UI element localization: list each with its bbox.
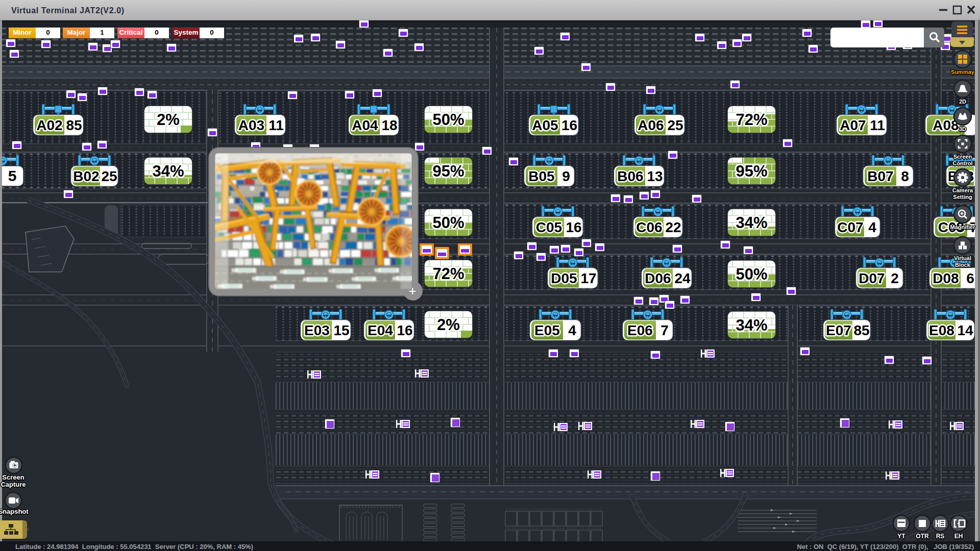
svg-text:C05: C05 [536,219,562,235]
svg-text:34%: 34% [152,162,184,180]
svg-text:13: 13 [647,168,663,184]
svg-text:16: 16 [566,219,581,235]
svg-text:17: 17 [580,270,596,286]
svg-text:D07: D07 [859,270,885,286]
svg-text:2%: 2% [437,316,460,334]
svg-text:A03: A03 [238,117,264,133]
svg-text:85: 85 [66,117,82,133]
svg-text:16: 16 [397,322,412,338]
svg-text:E05: E05 [534,322,560,338]
svg-text:B05: B05 [528,168,554,184]
svg-text:72%: 72% [736,111,767,129]
svg-text:85: 85 [853,322,869,338]
svg-text:50%: 50% [736,265,767,283]
svg-text:B07: B07 [867,168,893,184]
svg-text:24: 24 [674,270,691,286]
svg-text:72%: 72% [432,265,464,283]
svg-text:D05: D05 [551,270,577,286]
svg-text:A07: A07 [840,117,866,133]
svg-text:11: 11 [870,117,885,133]
svg-text:7: 7 [660,322,669,338]
svg-text:D06: D06 [645,270,671,286]
svg-text:2: 2 [891,270,899,286]
svg-text:A05: A05 [532,117,558,133]
svg-text:50%: 50% [432,111,464,129]
svg-text:25: 25 [101,168,117,184]
svg-text:A02: A02 [36,117,62,133]
svg-text:A06: A06 [638,117,664,133]
svg-text:15: 15 [333,322,349,338]
svg-text:6: 6 [966,270,974,286]
svg-text:18: 18 [381,117,397,133]
svg-text:16: 16 [561,117,577,133]
svg-text:95%: 95% [736,162,767,180]
svg-text:14: 14 [957,322,973,338]
svg-text:E08: E08 [929,322,954,338]
svg-text:95%: 95% [432,162,464,180]
svg-text:11: 11 [268,117,284,133]
svg-text:E03: E03 [304,322,330,338]
svg-text:E07: E07 [826,322,851,338]
svg-text:9: 9 [562,168,570,184]
svg-text:C06: C06 [636,219,662,235]
svg-text:34%: 34% [736,214,767,232]
svg-text:4: 4 [568,322,576,338]
svg-text:8: 8 [901,168,909,184]
svg-text:5: 5 [8,167,17,184]
svg-text:+: + [408,283,416,298]
svg-text:B02: B02 [73,168,99,184]
svg-text:C07: C07 [837,219,863,235]
svg-text:4: 4 [868,219,876,235]
svg-text:34%: 34% [736,316,767,334]
svg-text:25: 25 [667,117,683,133]
svg-text:E04: E04 [368,322,393,338]
svg-text:B06: B06 [617,168,643,184]
svg-text:A04: A04 [352,117,378,133]
svg-text:50%: 50% [432,214,464,232]
svg-text:E06: E06 [627,322,653,338]
svg-text:D08: D08 [933,270,959,286]
svg-text:2%: 2% [157,111,180,129]
svg-text:22: 22 [665,219,681,235]
